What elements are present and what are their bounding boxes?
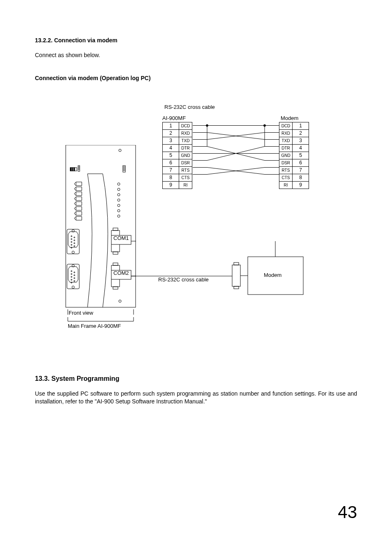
svg-point-23 (118, 183, 120, 185)
svg-point-52 (71, 279, 72, 281)
pin-number: 2 (163, 130, 179, 137)
heading-13-2-2: 13.2.2. Connection via modem (35, 37, 357, 44)
pin-table-right: DCD1RXD2TXD3DTR4GND5DSR6RTS7CTS8RI9 (279, 122, 309, 189)
pin-number: 9 (293, 182, 309, 189)
heading-13-3: 13.3. System Programming (35, 375, 357, 382)
svg-point-48 (72, 286, 74, 288)
pin-row: 9RI (163, 182, 192, 189)
pin-signal: DSR (279, 159, 293, 167)
svg-point-25 (118, 193, 120, 196)
pin-row: 4DTR (163, 145, 192, 152)
svg-rect-67 (232, 265, 240, 286)
pin-number: 8 (163, 174, 179, 182)
pin-row: 7RTS (163, 167, 192, 174)
heading-oplog: Connection via modem (Operation log PC) (35, 75, 357, 81)
pin-row: GND5 (279, 152, 309, 159)
svg-point-38 (74, 237, 75, 238)
pin-row: DCD1 (279, 122, 309, 130)
main-frame-label: Main Frame AI-900MF (68, 323, 121, 329)
pin-row: 5GND (163, 152, 192, 159)
pin-number: 1 (163, 122, 179, 130)
pin-signal: CTS (179, 174, 192, 182)
svg-rect-11 (72, 168, 73, 171)
svg-point-7 (119, 149, 121, 152)
pin-number: 2 (293, 130, 309, 137)
pin-number: 6 (293, 159, 309, 167)
pin-signal: TXD (279, 137, 293, 145)
pin-signal: RTS (179, 167, 192, 174)
pin-number: 8 (293, 174, 309, 182)
svg-point-40 (74, 243, 75, 244)
pin-signal: RTS (279, 167, 293, 174)
svg-point-39 (74, 240, 75, 241)
pin-number: 1 (293, 122, 309, 130)
pin-row: RXD2 (279, 130, 309, 137)
com2-label: COM2 (113, 270, 129, 276)
pin-signal: RXD (179, 130, 192, 137)
svg-point-36 (71, 244, 72, 246)
svg-point-28 (118, 210, 120, 212)
cross-cable-wires (193, 122, 279, 188)
pin-number: 3 (163, 137, 179, 145)
pin-row: 1DCD (163, 122, 192, 130)
svg-point-51 (71, 276, 72, 278)
pin-row: CTS8 (279, 174, 309, 182)
svg-point-55 (74, 275, 75, 276)
pin-signal: DCD (279, 122, 293, 130)
svg-point-33 (71, 236, 72, 237)
pin-row: DTR4 (279, 145, 309, 152)
page-number: 43 (338, 502, 357, 522)
cable-label-lower: RS-232C cross cable (158, 276, 209, 283)
pin-number: 9 (163, 182, 179, 189)
pin-signal: GND (179, 152, 192, 159)
svg-point-54 (74, 272, 75, 273)
svg-rect-17 (123, 166, 125, 172)
pin-row: 6DSR (163, 159, 192, 167)
pin-signal: RI (179, 182, 192, 189)
svg-rect-69 (234, 286, 239, 289)
pin-signal: GND (279, 152, 293, 159)
pin-signal: TXD (179, 137, 192, 145)
pin-signal: RXD (279, 130, 293, 137)
pin-number: 5 (293, 152, 309, 159)
svg-rect-12 (74, 168, 75, 171)
pin-number: 7 (293, 167, 309, 174)
svg-point-53 (71, 282, 72, 283)
svg-rect-68 (234, 263, 239, 265)
svg-point-32 (72, 251, 74, 253)
svg-point-35 (71, 242, 72, 243)
svg-point-56 (74, 278, 75, 279)
pin-number: 5 (163, 152, 179, 159)
pin-row: 8CTS (163, 174, 192, 182)
svg-point-29 (118, 215, 120, 217)
pin-number: 6 (163, 159, 179, 167)
svg-point-34 (71, 239, 72, 240)
pin-row: 3TXD (163, 137, 192, 145)
pin-number: 7 (163, 167, 179, 174)
pin-signal: DTR (179, 145, 192, 152)
cable-title: RS-232C cross cable (164, 104, 215, 110)
svg-point-57 (74, 281, 75, 282)
pin-row: 2RXD (163, 130, 192, 137)
lower-block-diagram (131, 241, 312, 307)
svg-point-27 (118, 204, 120, 207)
pin-row: RTS7 (279, 167, 309, 174)
svg-rect-10 (70, 168, 71, 171)
com1-label: COM1 (113, 235, 129, 241)
svg-point-37 (71, 247, 72, 249)
pin-table-left: 1DCD2RXD3TXD4DTR5GND6DSR7RTS8CTS9RI (162, 122, 192, 189)
svg-point-26 (118, 199, 120, 201)
pin-signal: DTR (279, 145, 293, 152)
pin-number: 4 (293, 145, 309, 152)
pin-number: 3 (293, 137, 309, 145)
svg-point-49 (71, 271, 72, 272)
pin-signal: RI (279, 182, 293, 189)
diagram-area: RS-232C cross cable AI-900MF Modem 1DCD2… (35, 104, 357, 338)
pin-signal: DCD (179, 122, 192, 130)
pin-number: 4 (163, 145, 179, 152)
pin-header-left: AI-900MF (162, 115, 186, 121)
pin-row: RI9 (279, 182, 309, 189)
pin-row: DSR6 (279, 159, 309, 167)
svg-point-41 (74, 246, 75, 247)
pin-signal: DSR (179, 159, 192, 167)
